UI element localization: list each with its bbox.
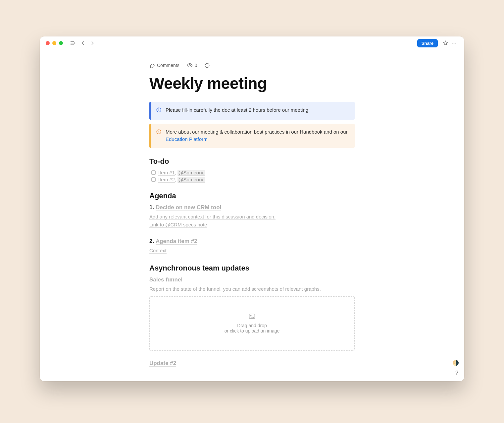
- more-icon[interactable]: [450, 39, 458, 47]
- dropzone-line2: or click to upload an image: [225, 328, 280, 333]
- svg-point-14: [250, 315, 251, 316]
- update-title: Sales funnel: [149, 276, 182, 283]
- update-title: Update #2: [149, 360, 176, 367]
- checkbox[interactable]: [151, 177, 156, 182]
- agenda-title: Decide on new CRM tool: [156, 204, 221, 211]
- agenda-item-2[interactable]: 2. Agenda item #2: [149, 238, 355, 245]
- svg-point-9: [159, 109, 159, 109]
- share-button[interactable]: Share: [417, 39, 438, 47]
- document-content: Comments 0 Weekly meeting Please fill-in…: [149, 50, 355, 367]
- dropzone-line1: Drag and drop: [237, 323, 267, 328]
- updates-heading: Asynchronous team updates: [149, 264, 355, 272]
- warning-callout: More about our meeting & collaboration b…: [149, 124, 355, 148]
- agenda-title: Agenda item #2: [156, 238, 197, 245]
- agenda-item-1[interactable]: 1. Decide on new CRM tool: [149, 204, 355, 211]
- checkbox[interactable]: [151, 170, 156, 175]
- comments-button[interactable]: Comments: [149, 63, 179, 68]
- image-icon: [249, 313, 255, 320]
- window-titlebar: Share: [40, 36, 464, 50]
- refresh-icon: [204, 63, 210, 68]
- views-count: 0: [195, 63, 197, 68]
- svg-point-5: [455, 43, 456, 44]
- comment-icon: [149, 63, 155, 68]
- info-callout-text: Please fill-in carefully the doc at leas…: [166, 106, 308, 114]
- mention[interactable]: @Someone: [177, 170, 205, 176]
- image-dropzone[interactable]: Drag and drop or click to upload an imag…: [149, 296, 355, 351]
- warning-callout-text: More about our meeting & collaboration b…: [166, 128, 349, 143]
- comments-label: Comments: [157, 63, 179, 68]
- todo-text: Item #1: [158, 170, 175, 176]
- svg-point-3: [452, 43, 453, 44]
- close-window-button[interactable]: [46, 41, 50, 45]
- page-title[interactable]: Weekly meeting: [149, 74, 355, 92]
- eye-icon: [187, 62, 193, 68]
- views-button[interactable]: 0: [187, 62, 197, 68]
- todo-heading: To-do: [149, 157, 355, 166]
- minimize-window-button[interactable]: [52, 41, 56, 45]
- warning-icon: [156, 129, 162, 137]
- update-section-2[interactable]: Update #2: [149, 360, 355, 367]
- education-platform-link[interactable]: Education Platform: [166, 136, 208, 142]
- svg-point-6: [189, 65, 190, 66]
- nav-back-icon[interactable]: [80, 39, 86, 47]
- update-body[interactable]: Report on the state of the funnel, you c…: [149, 285, 355, 293]
- nav-forward-icon[interactable]: [89, 39, 95, 47]
- help-icon[interactable]: ?: [455, 370, 458, 376]
- todo-text: Item #2: [158, 177, 175, 183]
- svg-point-4: [454, 43, 455, 44]
- sidebar-toggle-icon[interactable]: [69, 39, 77, 47]
- window-controls: [46, 41, 63, 45]
- update-section-1[interactable]: Sales funnel: [149, 276, 355, 283]
- maximize-window-button[interactable]: [59, 41, 63, 45]
- todo-item[interactable]: Item #2, @Someone: [149, 177, 355, 182]
- agenda-heading: Agenda: [149, 192, 355, 200]
- star-icon[interactable]: [441, 39, 450, 47]
- info-icon: [156, 107, 162, 115]
- agenda-body[interactable]: Add any relevant context for this discus…: [149, 213, 355, 229]
- agenda-body[interactable]: Context: [149, 247, 355, 255]
- info-callout: Please fill-in carefully the doc at leas…: [149, 102, 355, 120]
- refresh-button[interactable]: [204, 63, 210, 68]
- document-toolbar: Comments 0: [149, 62, 355, 68]
- nav-controls: [69, 39, 95, 47]
- theme-toggle-icon[interactable]: 🌗: [452, 360, 459, 366]
- app-window: Share Comments 0 Weekly meeting: [40, 36, 464, 381]
- mention[interactable]: @Someone: [177, 177, 205, 183]
- svg-point-12: [159, 133, 159, 133]
- todo-item[interactable]: Item #1, @Someone: [149, 170, 355, 175]
